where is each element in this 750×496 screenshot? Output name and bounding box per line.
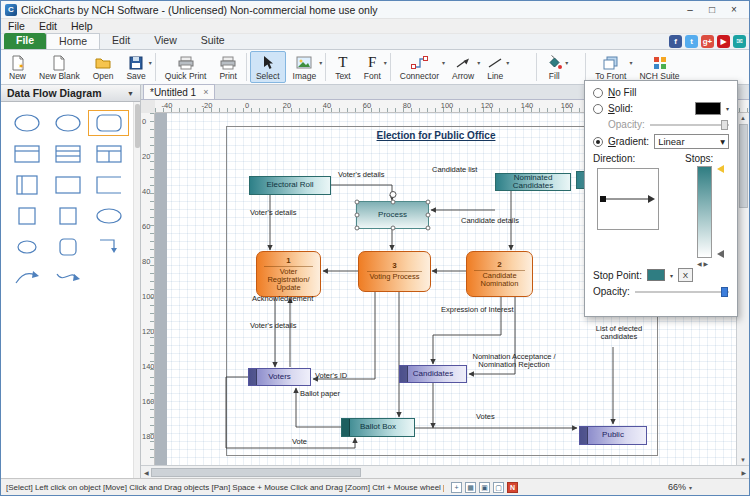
selection-handle[interactable] [355,200,360,205]
shape-curved-arrow[interactable] [7,266,46,290]
selection-handle[interactable] [426,213,431,218]
selection-handle[interactable] [355,226,360,231]
scroll-left-icon[interactable]: ◀ [144,469,149,476]
horizontal-scrollbar[interactable]: ◀ ▶ [141,465,749,478]
menu-file[interactable]: File [8,20,25,32]
zoom-dropdown-icon[interactable]: ▾ [689,484,692,491]
stops-nav-icons[interactable]: ◀▶ [697,260,710,267]
tab-edit[interactable]: Edit [100,33,142,49]
diagram-node-electoral-roll[interactable]: Electoral Roll [249,176,331,195]
connector-button[interactable]: Connector ▾ [394,51,445,83]
diagram-node-candidates[interactable]: Candidates [399,365,467,383]
tab-home[interactable]: Home [46,33,100,49]
diagram-node-nominated-candidates[interactable]: Nominated Candidates [495,173,571,191]
shape-square[interactable] [48,204,87,228]
shape-rounded-rectangle[interactable] [89,111,128,135]
image-button[interactable]: Image ▾ [287,51,323,83]
stop-marker-top[interactable] [713,165,724,173]
stop-color-swatch[interactable] [647,269,665,281]
nch-icon[interactable]: N [507,482,518,493]
nch-suite-button[interactable]: NCH Suite [633,51,685,83]
remove-stop-button[interactable]: X [678,268,693,282]
selection-handle[interactable] [426,226,431,231]
tab-view[interactable]: View [142,33,189,49]
shape-ellipse-wide[interactable] [89,204,128,228]
menu-edit[interactable]: Edit [39,20,57,32]
shape-elbow-arrow[interactable] [89,235,128,259]
selection-handle[interactable] [355,213,360,218]
diagram-node-voting-process[interactable]: 3Voting Process [358,251,431,292]
font-button[interactable]: F Font ▾ [358,51,387,83]
diagram-node-ballot-box[interactable]: Ballot Box [341,418,415,437]
selection-handle[interactable] [390,226,395,231]
selection-handle[interactable] [426,200,431,205]
diagram-node-voter-registration[interactable]: 1Voter Registration/ Update [256,251,321,297]
diagram-node-voters[interactable]: Voters [248,368,311,386]
shape-ellipse-small[interactable] [7,235,46,259]
pages-icon[interactable]: ▢ [493,482,504,493]
menu-help[interactable]: Help [71,20,93,32]
new-page-icon[interactable]: + [451,482,462,493]
shape-square[interactable] [7,204,46,228]
close-tab-icon[interactable]: × [203,87,208,97]
shape-rect-grid[interactable] [89,142,128,166]
slider-handle[interactable] [721,287,728,297]
minimize-button[interactable]: – [679,2,701,18]
email-icon[interactable]: ✉ [733,35,746,48]
to-front-dropdown-icon[interactable]: ▾ [629,59,632,66]
shape-rectangle[interactable] [48,173,87,197]
youtube-icon[interactable]: ▶ [717,35,730,48]
text-button[interactable]: T Text [329,51,357,83]
new-button[interactable]: ✶ New [3,51,32,83]
shape-rect-two-rows[interactable] [48,142,87,166]
opacity-slider[interactable] [650,120,729,130]
shape-rect-open[interactable] [89,173,128,197]
fit-page-icon[interactable]: ▣ [479,482,490,493]
sidebar-scrollbar[interactable] [133,102,140,478]
rotation-handle[interactable] [389,191,396,198]
shape-ellipse[interactable] [7,111,46,135]
line-dropdown-icon[interactable]: ▾ [506,59,509,66]
no-fill-radio[interactable] [593,88,603,98]
save-dropdown-icon[interactable]: ▾ [149,59,152,66]
scrollbar-thumb[interactable] [739,124,748,208]
shape-ellipse[interactable] [48,111,87,135]
maximize-button[interactable]: □ [701,2,723,18]
arrow-dropdown-icon[interactable]: ▾ [477,59,480,66]
grid-icon[interactable]: ▦ [465,482,476,493]
solid-radio[interactable] [593,104,603,114]
gradient-stops-widget[interactable]: ◀▶ [697,166,727,264]
scroll-up-icon[interactable]: ▲ [740,113,746,123]
select-button[interactable]: Select [250,51,286,83]
close-button[interactable]: × [723,2,745,18]
gradient-direction-widget[interactable] [597,168,659,230]
scroll-right-icon[interactable]: ▶ [741,469,746,476]
document-tab[interactable]: *Untitled 1 × [143,84,215,99]
slider-handle[interactable] [721,120,728,130]
shape-rect-header[interactable] [7,142,46,166]
swatch-dropdown-icon[interactable]: ▾ [726,105,729,112]
open-button[interactable]: Open [87,51,120,83]
selection-handle[interactable] [390,200,395,205]
shape-s-curve-arrow[interactable] [48,266,87,290]
quick-print-button[interactable]: Quick Print [159,51,213,83]
gradient-type-select[interactable]: Linear ▾ [654,134,729,149]
zoom-control[interactable]: 66% ▾ [668,482,692,492]
gradient-opacity-slider[interactable] [635,287,729,297]
connector-dropdown-icon[interactable]: ▾ [442,59,445,66]
tab-suite[interactable]: Suite [189,33,237,49]
gradient-stops-bar[interactable] [697,166,712,258]
arrow-button[interactable]: Arrow ▾ [446,51,480,83]
solid-color-swatch[interactable] [695,102,721,115]
gradient-radio[interactable] [593,137,603,147]
fill-button[interactable]: Fill ▾ [540,51,568,83]
googleplus-icon[interactable]: g+ [701,35,714,48]
twitter-icon[interactable]: t [685,35,698,48]
facebook-icon[interactable]: f [669,35,682,48]
diagram-node-process[interactable]: Process [356,201,429,229]
scrollbar-thumb[interactable] [135,104,140,148]
font-dropdown-icon[interactable]: ▾ [384,59,387,66]
print-button[interactable]: Print [213,51,242,83]
fill-dropdown-icon[interactable]: ▾ [565,59,568,66]
scrollbar-thumb[interactable] [151,468,361,477]
